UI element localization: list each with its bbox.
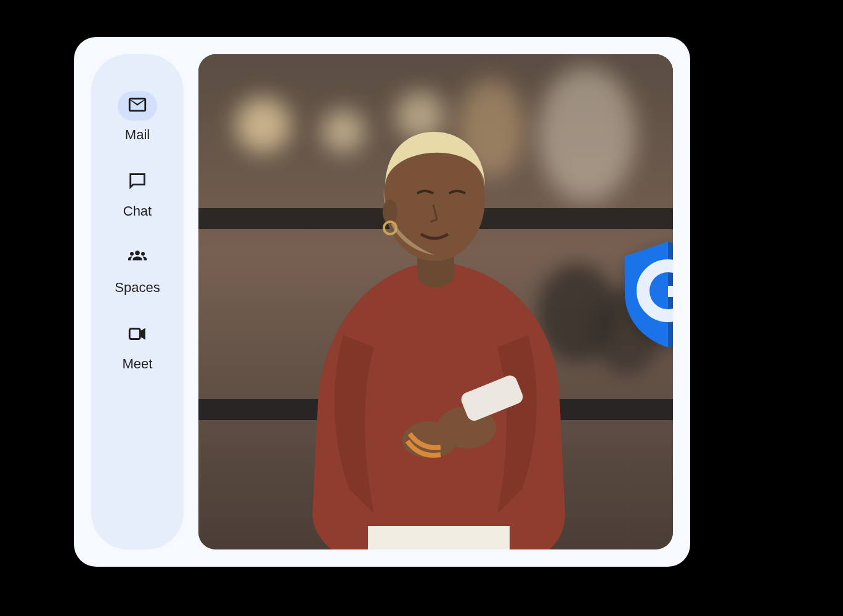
security-shield-badge [619, 239, 673, 350]
sidebar-item-label: Spaces [115, 280, 160, 296]
sidebar-item-spaces[interactable]: Spaces [115, 244, 160, 296]
hero-illustration [198, 54, 673, 549]
svg-point-2 [141, 252, 145, 256]
app-sidebar: Mail Chat [91, 54, 184, 549]
video-icon [127, 323, 148, 347]
people-icon-wrap [118, 244, 157, 274]
person-illustration [275, 120, 596, 549]
svg-rect-3 [129, 329, 140, 339]
hero-image [198, 54, 673, 549]
mail-icon [127, 94, 148, 118]
sidebar-item-label: Meet [123, 356, 153, 372]
sidebar-item-meet[interactable]: Meet [118, 320, 157, 372]
video-icon-wrap [118, 320, 157, 350]
svg-point-0 [135, 251, 140, 256]
chat-icon [127, 171, 148, 194]
app-card: Mail Chat [74, 37, 690, 567]
mail-icon-wrap [118, 91, 157, 121]
people-icon [126, 246, 149, 271]
sidebar-item-chat[interactable]: Chat [118, 168, 157, 219]
sidebar-item-label: Chat [123, 203, 152, 219]
chat-icon-wrap [118, 168, 157, 197]
svg-point-1 [130, 252, 134, 256]
sidebar-item-label: Mail [125, 127, 150, 143]
sidebar-item-mail[interactable]: Mail [118, 91, 157, 143]
